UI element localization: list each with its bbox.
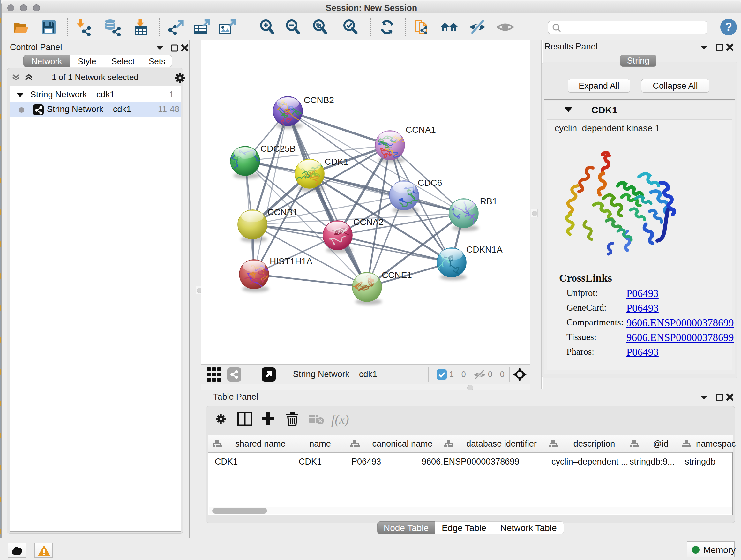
svg-text:CCNB1: CCNB1: [267, 207, 298, 217]
svg-text:HIST1H1A: HIST1H1A: [270, 256, 313, 266]
svg-text:CDC25B: CDC25B: [260, 144, 295, 153]
svg-text:CCNB2: CCNB2: [304, 95, 334, 105]
svg-text:CCNA1: CCNA1: [406, 125, 436, 135]
svg-text:CCNA2: CCNA2: [353, 217, 384, 227]
svg-text:CDKN1A: CDKN1A: [466, 245, 502, 254]
svg-text:CDC6: CDC6: [418, 178, 442, 188]
svg-text:CCNE1: CCNE1: [382, 270, 412, 280]
svg-text:RB1: RB1: [480, 196, 497, 206]
svg-text:?: ?: [725, 20, 732, 34]
svg-text:CDK1: CDK1: [325, 157, 348, 167]
